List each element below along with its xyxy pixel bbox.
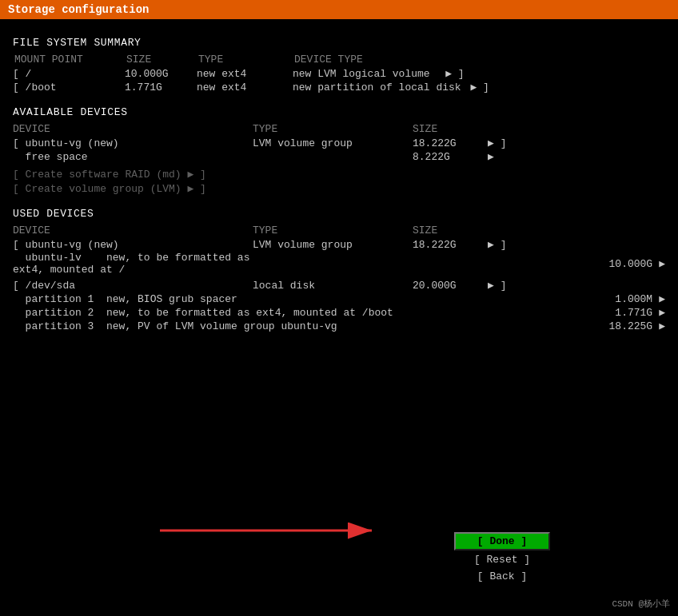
used-row-ubuntu-lv[interactable]: ubuntu-lv new, to be formatted as ext4, … [13,252,665,276]
fs-col-mount: MOUNT POINT [14,54,126,66]
used-row-ubuntu-vg[interactable]: [ ubuntu-vg (new) LVM volume group 18.22… [13,238,665,251]
avail-table-header: DEVICE TYPE SIZE [13,123,665,135]
create-lvm-link[interactable]: [ Create volume group (LVM) ▶ ] [13,182,665,195]
used-devices-header: USED DEVICES [13,208,665,220]
used-row-sda[interactable]: [ /dev/sda local disk 20.000G ▶ ] [13,279,665,292]
used-row-partition1[interactable]: partition 1 new, BIOS grub spacer 1.000M… [13,292,665,305]
avail-col-device: DEVICE [13,123,253,135]
reset-button[interactable]: [ Reset ] [454,552,550,567]
used-col-type: TYPE [253,225,413,236]
avail-row-free-space[interactable]: free space 8.222G ▶ [13,150,665,163]
avail-col-size: SIZE [413,123,485,135]
arrow-indicator [160,519,384,542]
used-col-device: DEVICE [13,225,253,236]
fs-col-size: SIZE [126,54,198,66]
fs-summary-header: FILE SYSTEM SUMMARY [13,37,665,49]
avail-col-type: TYPE [253,123,413,135]
done-button[interactable]: [ Done ] [454,532,550,550]
fs-col-devtype: DEVICE TYPE [294,54,363,66]
title-label: Storage configuration [8,3,149,16]
avail-row-ubuntu-vg[interactable]: [ ubuntu-vg (new) LVM volume group 18.22… [13,137,665,149]
create-raid-link[interactable]: [ Create software RAID (md) ▶ ] [13,168,665,181]
title-bar: Storage configuration [0,0,678,19]
used-table-header: DEVICE TYPE SIZE [13,225,665,236]
bottom-buttons: [ Done ] [ Reset ] [ Back ] [454,532,550,584]
fs-row-root[interactable]: [ / 10.000G new ext4 new LVM logical vol… [13,67,665,80]
used-row-partition2[interactable]: partition 2 new, to be formatted as ext4… [13,306,665,319]
action-links: [ Create software RAID (md) ▶ ] [ Create… [13,168,665,195]
used-col-size: SIZE [413,225,485,236]
fs-col-type: TYPE [198,54,294,66]
used-row-partition3[interactable]: partition 3 new, PV of LVM volume group … [13,320,665,332]
watermark: CSDN @杨小羊 [612,598,670,610]
fs-table-header: MOUNT POINT SIZE TYPE DEVICE TYPE [13,54,665,66]
fs-row-boot[interactable]: [ /boot 1.771G new ext4 new partition of… [13,81,665,93]
back-button[interactable]: [ Back ] [454,569,550,584]
avail-devices-header: AVAILABLE DEVICES [13,106,665,118]
